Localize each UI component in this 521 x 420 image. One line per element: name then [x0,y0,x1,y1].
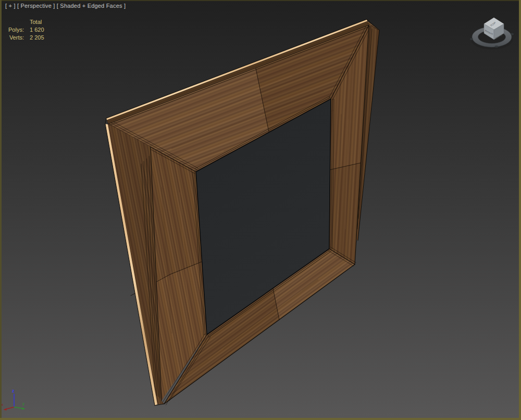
viewport[interactable]: TOP RIGHT BACK z x y [ + ] [ Perspective… [0,0,521,420]
statistics-panel: Total Polys:1 620 Verts:2 205 [0,18,44,42]
verts-label: Verts: [0,34,24,42]
viewport-canvas[interactable]: TOP RIGHT BACK z x y [0,0,521,420]
axis-label-y: y [22,401,24,406]
polys-value: 1 620 [30,26,44,34]
statistics-row-polys: Polys:1 620 [0,26,44,34]
verts-value: 2 205 [30,34,44,42]
statistics-header: Total [30,18,44,26]
statistics-row-verts: Verts:2 205 [0,34,44,42]
polys-label: Polys: [0,26,24,34]
viewport-label-menu[interactable]: [ + ] [ Perspective ] [ Shaded + Edged F… [5,3,126,9]
axis-label-z: z [12,388,15,393]
